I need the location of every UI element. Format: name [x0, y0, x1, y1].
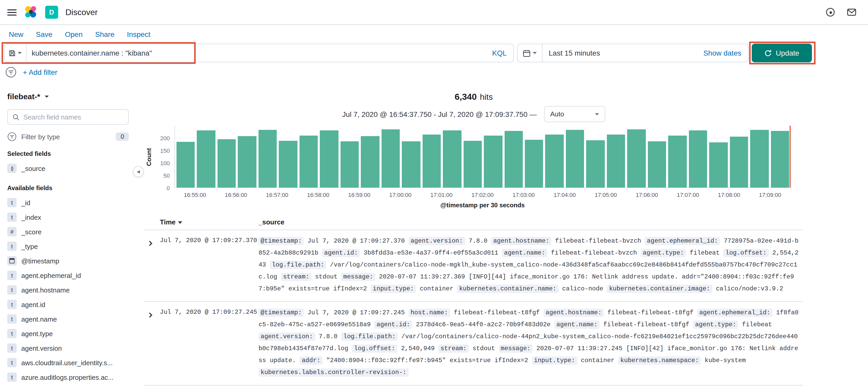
- histogram-bar[interactable]: [566, 130, 584, 187]
- help-icon[interactable]: [826, 7, 835, 17]
- field-name: _id: [21, 199, 30, 207]
- field-item-agent.name[interactable]: tagent.name: [7, 312, 130, 326]
- field-item-@timestamp[interactable]: @timestamp: [7, 254, 130, 268]
- show-dates-link[interactable]: Show dates: [704, 49, 748, 57]
- x-tick-label: 16:59:00: [348, 192, 370, 198]
- field-item-_type[interactable]: t_type: [7, 239, 130, 254]
- inspect-button[interactable]: Inspect: [127, 30, 150, 38]
- field-name: aws.cloudtrail.user_identity.s...: [21, 359, 113, 366]
- save-button[interactable]: Save: [36, 30, 53, 38]
- discover-app-icon: D: [45, 6, 58, 19]
- field-type-icon: t: [7, 285, 17, 295]
- field-search-input[interactable]: [22, 113, 124, 121]
- field-item-agent.hostname[interactable]: tagent.hostname: [7, 283, 130, 297]
- histogram-bar[interactable]: [443, 130, 461, 187]
- field-name: agent.id: [21, 300, 45, 308]
- update-button[interactable]: Update: [752, 43, 812, 62]
- x-tick-label: 16:57:00: [266, 192, 288, 198]
- histogram-bar[interactable]: [607, 135, 625, 187]
- field-item-_source[interactable]: {}_source: [7, 161, 130, 176]
- histogram-bar[interactable]: [730, 137, 748, 187]
- field-name: _index: [21, 213, 41, 221]
- search-icon: [12, 114, 19, 120]
- histogram-bar[interactable]: [771, 131, 789, 187]
- histogram-bar[interactable]: [689, 130, 707, 187]
- histogram-bar[interactable]: [586, 140, 605, 187]
- field-name: @timestamp: [21, 257, 59, 265]
- histogram-bar[interactable]: [504, 131, 523, 187]
- field-item-azure.auditlogs.properties.ac...[interactable]: tazure.auditlogs.properties.ac...: [7, 370, 130, 384]
- mail-icon[interactable]: [847, 7, 857, 17]
- hits-count: 6,340: [455, 92, 477, 102]
- histogram-bar[interactable]: [197, 130, 215, 187]
- filter-bar: + Add filter: [0, 62, 868, 83]
- histogram-bar[interactable]: [627, 129, 646, 187]
- time-range-value[interactable]: Last 15 minutes: [542, 49, 600, 57]
- field-item-agent.type[interactable]: tagent.type: [7, 326, 130, 341]
- share-button[interactable]: Share: [95, 30, 115, 38]
- menu-icon[interactable]: [7, 9, 17, 15]
- x-tick-label: 17:06:00: [636, 192, 658, 198]
- histogram-bar[interactable]: [750, 129, 769, 187]
- histogram-bar[interactable]: [341, 141, 359, 187]
- selected-fields-list: {}_source: [7, 161, 130, 176]
- histogram-bar[interactable]: [422, 135, 441, 187]
- query-input[interactable]: kubernetes.container.name : "kibana": [27, 49, 486, 57]
- histogram-bar[interactable]: [525, 140, 543, 187]
- field-item-_score[interactable]: #_score: [7, 225, 130, 239]
- filter-by-type-label: Filter by type: [21, 133, 60, 141]
- expand-row-icon[interactable]: [147, 241, 152, 246]
- field-name: _type: [21, 242, 38, 250]
- y-tick-label: 50: [163, 173, 170, 179]
- histogram-bar[interactable]: [258, 130, 277, 187]
- field-item-agent.id[interactable]: tagent.id: [7, 297, 130, 312]
- field-type-icon: t: [7, 212, 17, 222]
- histogram-bar[interactable]: [545, 134, 564, 187]
- x-tick-label: 16:56:00: [225, 192, 247, 198]
- collapse-sidebar-button[interactable]: ◀: [133, 166, 144, 177]
- field-name: azure.auditlogs.properties.ac...: [21, 373, 114, 381]
- filter-options-icon[interactable]: [5, 66, 17, 78]
- field-item-agent.ephemeral_id[interactable]: tagent.ephemeral_id: [7, 268, 130, 283]
- field-type-icon: t: [7, 198, 17, 207]
- new-button[interactable]: New: [9, 30, 23, 38]
- field-type-icon: t: [7, 300, 17, 309]
- query-bar: kubernetes.container.name : "kibana" KQL…: [4, 43, 812, 62]
- open-button[interactable]: Open: [65, 30, 83, 38]
- histogram-bar[interactable]: [320, 130, 339, 187]
- time-column-header[interactable]: Time: [160, 218, 258, 226]
- histogram-bar[interactable]: [402, 141, 420, 187]
- histogram-bar[interactable]: [648, 141, 666, 187]
- histogram-bar[interactable]: [361, 136, 379, 187]
- add-filter-button[interactable]: + Add filter: [23, 68, 57, 77]
- saved-query-menu-button[interactable]: [5, 44, 27, 62]
- field-name: agent.type: [21, 330, 53, 337]
- field-item-_id[interactable]: t_id: [7, 195, 130, 210]
- index-pattern-select[interactable]: filebeat-*: [7, 88, 130, 105]
- filter-by-type-button[interactable]: Filter by type 0: [7, 132, 129, 141]
- field-item-agent.version[interactable]: tagent.version: [7, 341, 130, 355]
- query-language-button[interactable]: KQL: [486, 49, 514, 57]
- histogram-bar[interactable]: [300, 135, 318, 187]
- field-chip: input.type:: [371, 285, 416, 293]
- table-row: Jul 7, 2020 @ 17:09:27.245@timestamp: Ju…: [144, 302, 803, 385]
- fields-sidebar: filebeat-* Filter by type 0 Selected fie…: [0, 83, 136, 385]
- refresh-icon: [765, 49, 772, 57]
- histogram-bar[interactable]: [709, 142, 727, 187]
- histogram-bar[interactable]: [669, 135, 687, 187]
- expand-row-icon[interactable]: [147, 313, 152, 318]
- histogram-bar[interactable]: [218, 139, 236, 187]
- x-tick-label: 16:55:00: [184, 192, 206, 198]
- histogram-bar[interactable]: [238, 136, 256, 187]
- histogram-bar[interactable]: [177, 142, 195, 187]
- histogram-bar[interactable]: [279, 141, 298, 187]
- interval-select[interactable]: Auto: [544, 106, 605, 122]
- field-item-_index[interactable]: t_index: [7, 210, 130, 225]
- histogram-bar[interactable]: [463, 141, 482, 187]
- time-column-label: Time: [160, 218, 176, 226]
- date-quick-select-button[interactable]: [518, 44, 542, 62]
- histogram-bar[interactable]: [484, 135, 502, 187]
- field-item-aws.cloudtrail.user_identity.s...[interactable]: taws.cloudtrail.user_identity.s...: [7, 355, 130, 370]
- histogram-bar[interactable]: [381, 129, 400, 187]
- field-type-icon: t: [7, 358, 17, 367]
